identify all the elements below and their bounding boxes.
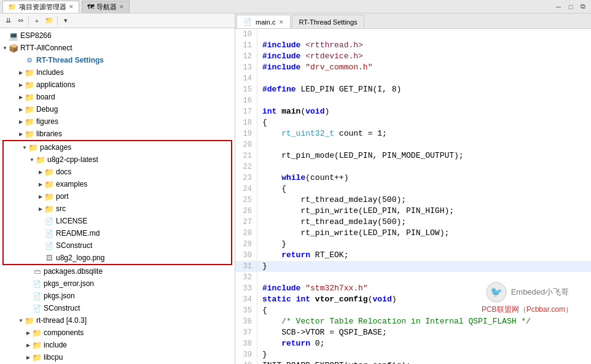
tree-arrow: ▶ xyxy=(37,169,44,175)
folder-icon: 📁 xyxy=(44,204,54,214)
tree-label: include xyxy=(44,341,67,349)
file-icon2: 📄 xyxy=(32,303,42,313)
folder-icon: 📁 xyxy=(25,80,34,90)
code-line: 18 { xyxy=(235,117,591,128)
tree-item-license[interactable]: 📄 LICENSE xyxy=(4,215,231,227)
code-line: 37 SCB->VTOR = QSPI_BASE; xyxy=(235,327,591,338)
tree-item-rt-thread[interactable]: ▼ 📁 rt-thread [4.0.3] xyxy=(0,314,235,327)
tree-label: components xyxy=(44,328,84,337)
restore-btn[interactable]: ⧉ xyxy=(577,1,589,12)
editor-tab-label2: RT-Thread Settings xyxy=(299,18,357,26)
code-line: 11 #include <rtthread.h> xyxy=(235,40,591,51)
new-folder-btn[interactable]: 📁 xyxy=(44,15,55,26)
tree-arrow: ▼ xyxy=(1,45,9,51)
code-line: 17 int main(void) xyxy=(235,106,591,117)
collapse-all-btn[interactable]: ⇊ xyxy=(2,15,14,26)
tree-label: board xyxy=(36,93,55,101)
settings-icon: ⚙ xyxy=(25,55,34,65)
tree-item-include[interactable]: ▶ 📁 include xyxy=(0,339,235,351)
left-toolbar: ⇊ ⇔ + 📁 ▾ xyxy=(0,14,235,28)
tree-item-includes[interactable]: ▶ 📁 Includes xyxy=(0,66,235,79)
tree-item-debug[interactable]: ▶ 📁 Debug xyxy=(0,103,235,115)
tree-label: ESP8266 xyxy=(20,31,52,40)
tab-label: 导航器 xyxy=(96,2,117,12)
folder-icon: 📁 xyxy=(32,328,42,338)
code-line: 15 #define LED_PIN GET_PIN(I, 8) xyxy=(235,84,591,95)
tree-item-pkgs-error[interactable]: 📄 pkgs_error.json xyxy=(0,277,235,290)
json-icon2: 📄 xyxy=(32,291,42,301)
minimize-btn[interactable]: ─ xyxy=(553,1,564,12)
folder-icon: 📁 xyxy=(25,68,34,77)
code-line: 35 { xyxy=(235,305,591,316)
tree-item-packages[interactable]: ▼ 📁 packages xyxy=(4,141,231,153)
folder-icon: 📁 xyxy=(44,167,54,177)
tree-label: README.md xyxy=(56,229,100,238)
tab-close-icon[interactable]: ✕ xyxy=(119,4,124,10)
tree-item-examples[interactable]: ▶ 📁 examples xyxy=(4,178,231,190)
code-line: 13 #include "drv_common.h" xyxy=(235,62,591,73)
code-line: 39 } xyxy=(235,349,591,360)
tab-navigator[interactable]: 🗺 导航器 ✕ xyxy=(82,1,130,13)
packages-highlight-box: ▼ 📁 packages ▼ 📁 u8g2-cpp-latest xyxy=(2,140,232,265)
folder-icon: 📁 xyxy=(32,352,42,362)
tree-item-u8g2logo[interactable]: 🖼 u8g2_logo.png xyxy=(4,252,231,264)
toolbar-separator xyxy=(28,17,29,25)
tree-item-board[interactable]: ▶ 📁 board xyxy=(0,91,235,103)
image-icon: 🖼 xyxy=(44,253,54,263)
tab-project-explorer[interactable]: 📁 项目资源管理器 ✕ xyxy=(2,1,79,13)
tree-item-packages-db[interactable]: 🗃 packages.dbsqlite xyxy=(0,265,235,277)
navigator-icon: 🗺 xyxy=(87,3,94,10)
maximize-btn[interactable]: □ xyxy=(565,1,576,12)
folder-icon: 📁 xyxy=(36,155,45,165)
tree-label: RT-Thread Settings xyxy=(36,56,104,64)
tree-arrow: ▶ xyxy=(25,330,32,336)
code-editor[interactable]: 10 11 #include <rtthread.h> 12 #include … xyxy=(235,29,591,364)
code-line: 23 while(count++) xyxy=(235,172,591,184)
tree-label: packages xyxy=(40,143,71,152)
code-line: 28 rt_pin_write(LED_PIN, PIN_LOW); xyxy=(235,228,591,239)
tree-item-src[interactable]: ▶ 📁 src xyxy=(4,203,231,215)
tree-item-rtt-allconnect[interactable]: ▼ 📦 RTT-AllConnect xyxy=(0,42,235,54)
tree-label: libraries xyxy=(36,130,62,138)
new-file-btn[interactable]: + xyxy=(31,15,42,26)
editor-tab-mainc[interactable]: 📄 main.c ✕ xyxy=(237,15,291,28)
tree-label: SConstruct xyxy=(56,241,92,250)
db-icon: 🗃 xyxy=(32,266,42,276)
tab-close-icon[interactable]: ✕ xyxy=(69,4,74,10)
code-line: 36 /* Vector Table Relocation in Interna… xyxy=(235,316,591,327)
tree-item-applications[interactable]: ▶ 📁 applications xyxy=(0,79,235,91)
tree-label: pkgs_error.json xyxy=(44,279,94,288)
editor-tab-close[interactable]: ✕ xyxy=(279,19,284,25)
tree-label: src xyxy=(56,204,66,213)
folder-icon: 📁 xyxy=(25,104,34,114)
tree-item-readme[interactable]: 📄 README.md xyxy=(4,227,231,239)
tree-label: packages.dbsqlite xyxy=(44,267,103,276)
tree-label: port xyxy=(56,192,69,201)
tree-item-libraries[interactable]: ▶ 📁 libraries xyxy=(0,128,235,140)
tree-item-pkgs-json[interactable]: 📄 pkgs.json xyxy=(0,290,235,302)
folder-icon: 📁 xyxy=(25,117,34,126)
tree-item-sconstruct2[interactable]: 📄 SConstruct xyxy=(0,302,235,314)
code-line: 32 xyxy=(235,272,591,283)
tree-label: rt-thread [4.0.3] xyxy=(36,316,87,325)
tree-item-docs[interactable]: ▶ 📁 docs xyxy=(4,166,231,178)
tree-item-u8g2[interactable]: ▼ 📁 u8g2-cpp-latest xyxy=(4,153,231,166)
editor-tab-bar: 📄 main.c ✕ RT-Thread Settings xyxy=(235,14,591,29)
tree-arrow: ▼ xyxy=(21,145,28,150)
editor-tab-settings[interactable]: RT-Thread Settings xyxy=(292,15,364,28)
tree-item-sconstruct1[interactable]: 📄 SConstruct xyxy=(4,239,231,252)
top-tab-bar: 📁 项目资源管理器 ✕ 🗺 导航器 ✕ ─ □ ⧉ xyxy=(0,0,591,14)
tree-label: applications xyxy=(36,80,75,89)
tree-item-libcpu[interactable]: ▶ 📁 libcpu xyxy=(0,351,235,363)
code-line: 22 xyxy=(235,161,591,172)
filter-btn[interactable]: ▾ xyxy=(60,15,71,26)
tree-item-rt-settings[interactable]: ⚙ RT-Thread Settings xyxy=(0,54,235,66)
tree-item-port[interactable]: ▶ 📁 port xyxy=(4,190,231,203)
link-editor-btn[interactable]: ⇔ xyxy=(15,15,26,26)
folder-icon: 📁 xyxy=(28,142,38,152)
file-icon: 📄 xyxy=(44,216,54,226)
tree-item-esp8266[interactable]: 💻 ESP8266 xyxy=(0,29,235,42)
tree-item-figures[interactable]: ▶ 📁 figures xyxy=(0,115,235,128)
tree-arrow: ▶ xyxy=(17,82,25,88)
tree-item-components[interactable]: ▶ 📁 components xyxy=(0,327,235,339)
